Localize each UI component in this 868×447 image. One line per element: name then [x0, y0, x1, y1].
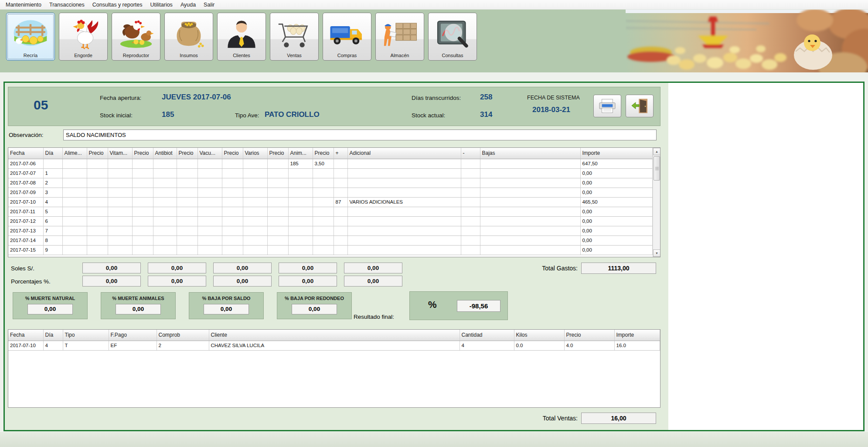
column-header[interactable]: Cantidad — [460, 330, 514, 341]
column-header[interactable]: Importe — [614, 330, 660, 341]
cell — [347, 159, 461, 168]
cell — [222, 178, 243, 188]
column-header[interactable]: Vacu... — [197, 148, 222, 159]
observacion-input[interactable]: SALDO NACIMIENTOS — [63, 130, 657, 140]
table-row[interactable]: 2017-07-1590,00 — [8, 245, 653, 255]
menu-item[interactable]: Ayuda — [177, 0, 200, 9]
toolbar-button[interactable]: Consultas — [428, 13, 477, 61]
porcentaje-value-box: 0,00 — [344, 276, 402, 287]
menu-item[interactable]: Mantenimiento — [2, 0, 45, 9]
menu-item[interactable]: Utilitarios — [146, 0, 176, 9]
cell — [288, 207, 313, 216]
exit-button[interactable] — [626, 95, 654, 117]
toolbar-button[interactable]: Almacén — [375, 13, 424, 61]
table-row[interactable]: 2017-07-0820,00 — [8, 178, 653, 188]
cell: 647,50 — [580, 159, 653, 168]
column-header[interactable]: Precio — [132, 148, 153, 159]
cell: 0,00 — [580, 168, 653, 178]
cell: 0,00 — [580, 216, 653, 226]
cell — [243, 207, 267, 216]
expenses-table: FechaDíaAlime...PrecioVitam...PrecioAnti… — [8, 148, 653, 255]
cell — [222, 245, 243, 255]
column-header[interactable]: Día — [43, 330, 63, 341]
cell — [153, 168, 177, 178]
cell — [177, 207, 197, 216]
print-button[interactable] — [593, 95, 621, 117]
cell — [313, 216, 334, 226]
column-header[interactable]: Tipo — [63, 330, 109, 341]
cell — [197, 168, 222, 178]
scrollbar-thumb[interactable] — [654, 156, 660, 181]
column-header[interactable]: Adicional — [347, 148, 461, 159]
cell — [62, 207, 87, 216]
cell — [267, 197, 288, 207]
cell: 2017-07-10 — [8, 197, 43, 207]
cell: 2017-07-13 — [8, 226, 43, 235]
cell — [153, 226, 177, 235]
column-header[interactable]: Precio — [177, 148, 197, 159]
column-header[interactable]: Antibiot — [153, 148, 177, 159]
cell — [197, 188, 222, 197]
column-header[interactable]: Fecha — [8, 330, 43, 341]
toolbar-button-label: Consultas — [442, 53, 463, 58]
cell — [461, 245, 480, 255]
cell — [87, 235, 108, 245]
main-frame: 05 Fecha apertura: JUEVES 2017-07-06 Sto… — [3, 82, 865, 431]
cell — [132, 168, 153, 178]
toolbar-button[interactable]: Compras — [323, 13, 371, 61]
cell — [177, 168, 197, 178]
column-header[interactable]: Día — [43, 148, 62, 159]
column-header[interactable]: Fecha — [8, 148, 43, 159]
column-header[interactable]: Cliente — [209, 330, 460, 341]
cell — [243, 159, 267, 168]
cell — [197, 197, 222, 207]
column-header[interactable]: Precio — [267, 148, 288, 159]
cell — [461, 178, 480, 188]
toolbar-button[interactable]: Reproductor — [112, 13, 160, 61]
column-header[interactable]: + — [334, 148, 347, 159]
table-row[interactable]: 2017-07-0930,00 — [8, 188, 653, 197]
table-row[interactable]: 2017-07-1150,00 — [8, 207, 653, 216]
scroll-up-icon[interactable]: ▲ — [653, 148, 660, 155]
cell — [347, 168, 461, 178]
cell — [197, 235, 222, 245]
toolbar-button[interactable]: Engorde — [59, 13, 108, 61]
column-header[interactable]: Comprob — [157, 330, 209, 341]
percent-box: % MUERTE ANIMALES 0,00 — [101, 292, 176, 319]
table-row[interactable]: 2017-07-1370,00 — [8, 226, 653, 235]
column-header[interactable]: Varios — [243, 148, 267, 159]
column-header[interactable]: Precio — [222, 148, 243, 159]
column-header[interactable]: - — [461, 148, 480, 159]
table-row[interactable]: 2017-07-1260,00 — [8, 216, 653, 226]
cell: 2017-07-10 — [8, 341, 43, 350]
column-header[interactable]: Importe — [580, 148, 653, 159]
toolbar-button[interactable]: Insumos — [164, 13, 213, 61]
table-row[interactable]: 2017-07-10487VARIOS ADICIONALES465,50 — [8, 197, 653, 207]
toolbar-button[interactable]: Clientes — [217, 13, 266, 61]
column-header[interactable]: Anim... — [288, 148, 313, 159]
column-header[interactable]: Precio — [87, 148, 108, 159]
column-header[interactable]: Bajas — [480, 148, 580, 159]
column-header[interactable]: F.Pago — [109, 330, 157, 341]
table-row[interactable]: 2017-07-061853,50647,50 — [8, 159, 653, 168]
toolbar-button[interactable]: Recría — [6, 13, 55, 61]
menu-item[interactable]: Salir — [200, 0, 218, 9]
table-row[interactable]: 2017-07-104TEF2CHAVEZ SILVA LUCILA40.04.… — [8, 341, 660, 350]
toolbar-button[interactable]: Ventas — [270, 13, 319, 61]
column-header[interactable]: Precio — [313, 148, 334, 159]
column-header[interactable]: Vitam... — [108, 148, 132, 159]
scroll-down-icon[interactable]: ▼ — [653, 249, 660, 257]
cell — [480, 245, 580, 255]
column-header[interactable]: Kilos — [514, 330, 564, 341]
cell — [62, 226, 87, 235]
menu-item[interactable]: Consultas y reportes — [89, 0, 146, 9]
cell — [108, 178, 132, 188]
column-header[interactable]: Alime... — [62, 148, 87, 159]
lot-number: 05 — [34, 98, 48, 113]
column-header[interactable]: Precio — [564, 330, 614, 341]
cell — [334, 159, 347, 168]
menu-item[interactable]: Transacciones — [45, 0, 89, 9]
table-row[interactable]: 2017-07-0710,00 — [8, 168, 653, 178]
table-row[interactable]: 2017-07-1480,00 — [8, 235, 653, 245]
expenses-scrollbar[interactable]: ▲ ▼ — [653, 148, 660, 257]
